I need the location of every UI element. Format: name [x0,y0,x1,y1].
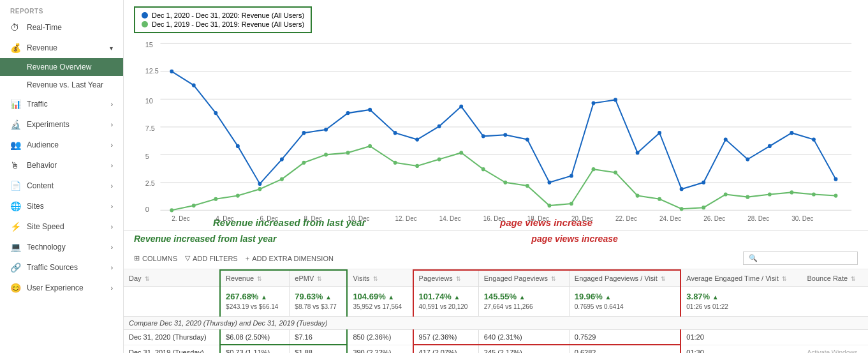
add-dimension-button[interactable]: + ADD EXTRA DIMENSION [246,255,334,262]
sidebar-item-technology[interactable]: 💻 Technology › [0,237,123,257]
legend-date-2019: Dec 1, 2019 - Dec 31, 2019: [152,20,240,28]
svg-point-76 [526,184,529,188]
table-row: Dec 31, 2019 (Tuesday) $0.73 (1.11%) $1.… [124,345,868,353]
sort-icon-avg-time: ⇅ [782,276,787,282]
svg-point-74 [482,167,485,171]
svg-point-37 [346,111,350,115]
summary-row: 267.68% ▲ $243.19 vs $66.14 79.63% ▲ $8.… [124,287,868,317]
svg-text:16. Dec: 16. Dec [483,215,505,222]
svg-text:22. Dec: 22. Dec [615,215,637,222]
svg-text:12.5: 12.5 [145,67,159,75]
main-content: Dec 1, 2020 - Dec 31, 2020: Revenue (All… [124,0,868,353]
row2-day: Dec 31, 2019 (Tuesday) [124,345,220,353]
svg-text:2.5: 2.5 [145,179,155,187]
sidebar-item-realtime[interactable]: ⏱ Real-Time [0,17,123,38]
annotation-pageviews-text: page views increase [531,234,617,244]
sidebar-item-revenue-label: Revenue [27,43,57,52]
search-box[interactable]: 🔍 [743,252,858,265]
svg-point-56 [768,144,772,148]
svg-text:15: 15 [145,40,153,48]
realtime-icon: ⏱ [10,22,22,33]
row1-avg-time: 01:20 [680,330,802,345]
svg-point-39 [394,131,397,135]
sidebar-item-revenue-overview[interactable]: Revenue Overview [0,58,123,76]
sidebar-item-revenue-vs-last-year[interactable]: Revenue vs. Last Year [0,76,123,94]
svg-point-64 [258,187,261,191]
sidebar-item-experiments[interactable]: 🔬 Experiments › [0,114,123,135]
svg-point-68 [346,151,350,154]
table-row: Dec 31, 2020 (Thursday) $6.08 (2.50%) $7… [124,330,868,345]
svg-point-77 [547,204,551,207]
columns-button[interactable]: ⊞ COLUMNS [134,254,177,262]
col-header-epmv[interactable]: ePMV ⇅ [290,270,348,287]
sidebar-item-site-speed[interactable]: ⚡ Site Speed › [0,216,123,237]
audience-icon: 👥 [10,140,22,150]
sort-icon-revenue: ⇅ [257,276,262,282]
sidebar-item-experiments-label: Experiments [27,120,70,129]
up-arrow-eng-pv-visit: ▲ [605,294,612,301]
col-header-visits[interactable]: Visits ⇅ [347,270,413,287]
row2-bounce-rate: Activate Windows [802,345,868,353]
col-header-engaged-pageviews[interactable]: Engaged Pageviews ⇅ [478,270,569,287]
chevron-right-icon4: › [111,162,113,169]
legend-dot-2020 [142,12,148,19]
activate-windows-watermark: Activate Windows [807,349,858,353]
svg-point-41 [438,124,441,128]
sort-icon-pageviews: ⇅ [456,276,461,282]
svg-point-35 [302,131,306,135]
sites-icon: 🌐 [10,201,22,211]
svg-point-63 [236,193,240,197]
sidebar-item-site-speed-label: Site Speed [27,222,64,231]
sidebar-item-traffic-sources[interactable]: 🔗 Traffic Sources › [0,257,123,278]
traffic-icon: 📊 [10,99,22,109]
col-header-pageviews[interactable]: Pageviews ⇅ [413,270,479,287]
svg-point-42 [459,105,463,109]
sidebar-item-audience[interactable]: 👥 Audience › [0,135,123,155]
sort-icon-day: ⇅ [145,276,150,282]
sidebar-item-behavior[interactable]: 🖱 Behavior › [0,155,123,176]
row2-visits: 390 (2.22%) [347,345,413,353]
sidebar: REPORTS ⏱ Real-Time 💰 Revenue ▾ Revenue … [0,0,124,353]
col-header-avg-time[interactable]: Average Engaged Time / Visit ⇅ [680,270,802,287]
summary-bounce-rate [802,287,868,317]
row2-pageviews: 417 (2.07%) [413,345,479,353]
svg-text:26. Dec: 26. Dec [703,215,725,222]
sidebar-item-realtime-label: Real-Time [27,23,62,32]
sidebar-item-user-experience[interactable]: 😊 User Experience › [0,278,123,298]
sidebar-item-sites[interactable]: 🌐 Sites › [0,196,123,216]
svg-point-30 [192,84,196,87]
up-arrow-visits: ▲ [388,294,394,301]
sidebar-item-content-label: Content [27,181,54,190]
svg-point-48 [592,101,596,105]
sidebar-item-revenue[interactable]: 💰 Revenue ▾ [0,38,123,58]
svg-point-46 [547,181,551,184]
legend-dot-2019 [142,21,148,27]
svg-point-52 [680,187,684,191]
experiments-icon: 🔬 [10,119,22,130]
chevron-right-icon2: › [111,121,113,128]
svg-point-29 [170,70,173,73]
svg-point-78 [570,202,573,206]
search-input[interactable] [760,255,852,262]
svg-text:20. Dec: 20. Dec [571,215,593,222]
sidebar-item-content[interactable]: 📄 Content › [0,176,123,196]
svg-text:10: 10 [145,96,153,104]
svg-point-32 [236,144,240,148]
col-header-day[interactable]: Day ⇅ [124,270,220,287]
svg-text:2. Dec: 2. Dec [172,215,190,222]
col-header-revenue[interactable]: Revenue ⇅ [220,270,290,287]
add-filters-button[interactable]: ▽ ADD FILTERS [185,254,238,262]
summary-epmv: 79.63% ▲ $8.78 vs $3.77 [290,287,348,317]
chart-legend: Dec 1, 2020 - Dec 31, 2020: Revenue (All… [134,6,312,33]
table-toolbar: ⊞ COLUMNS ▽ ADD FILTERS + ADD EXTRA DIME… [124,248,868,269]
compare-row: Compare Dec 31, 2020 (Thursday) and Dec … [124,317,868,330]
sidebar-item-traffic[interactable]: 📊 Traffic › [0,94,123,114]
legend-label-2020: Revenue (All Users) [242,11,304,19]
svg-point-83 [680,207,684,211]
sort-icon-visits: ⇅ [373,276,378,282]
sort-icon-epmv: ⇅ [317,276,322,282]
col-header-bounce-rate[interactable]: Bounce Rate ⇅ [802,270,868,287]
col-header-engaged-pv-visit[interactable]: Engaged Pageviews / Visit ⇅ [569,270,680,287]
svg-text:10. Dec: 10. Dec [348,215,370,222]
row2-engaged-pv: 245 (2.17%) [478,345,569,353]
